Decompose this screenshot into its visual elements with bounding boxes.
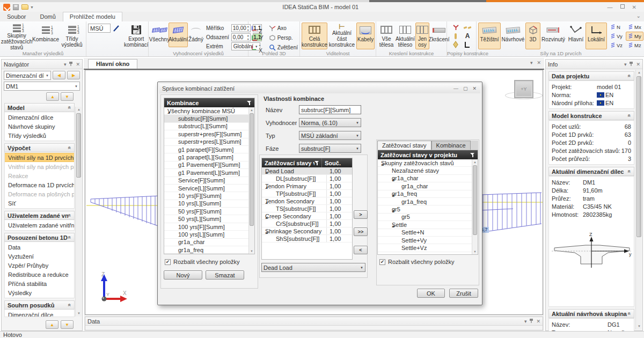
combination-row[interactable]: g1 parapet[L][Summ] — [164, 153, 248, 161]
pin-icon[interactable] — [529, 318, 533, 324]
project-case-row[interactable]: Skupiny zatěžovacích stavů — [378, 159, 472, 167]
diamond-label-icon[interactable] — [453, 41, 458, 48]
dash-label-icon[interactable] — [464, 27, 471, 28]
rozvinuty-button[interactable]: Rozvinutý — [540, 23, 566, 49]
zadny-button[interactable]: Žádný — [188, 23, 204, 47]
nav-item[interactable]: Reakce — [5, 171, 74, 180]
hlavni-button[interactable]: Hlavní — [566, 23, 586, 49]
panel-menu-icon[interactable]: ▾ — [524, 319, 527, 324]
project-case-row[interactable]: gr1a_freq — [378, 190, 472, 198]
force-toggle[interactable]: Vz — [608, 41, 625, 50]
nav-item[interactable]: Příčná stabilita — [5, 279, 74, 288]
close-panel-icon[interactable]: ✕ — [536, 319, 540, 324]
view-minus-z-button[interactable]: -Z — [250, 24, 265, 33]
project-case-row[interactable]: Settle+Vy — [378, 237, 472, 244]
nav-item[interactable]: Návrhové skupiny — [5, 122, 74, 131]
ok-button[interactable]: OK — [417, 289, 445, 298]
combination-row[interactable]: superstr+pres[L][Summ] — [164, 138, 248, 146]
case-row[interactable]: Creep Secondary1,00 — [262, 212, 352, 220]
project-case-row[interactable]: Settle — [378, 221, 472, 229]
add-all-cases-button[interactable]: >> — [354, 227, 368, 236]
tab-close-icon[interactable]: ✕ — [537, 60, 541, 65]
combination-row[interactable]: substruc[L][Summ] — [164, 123, 248, 130]
aktualni-teleso-button[interactable]: Aktuální těleso — [395, 23, 415, 49]
force-toggle[interactable]: Mx — [626, 23, 643, 32]
lokalni-button[interactable]: Lokální — [586, 23, 607, 49]
case-row[interactable]: CrS[substruc[F]]1,00 — [262, 220, 352, 227]
case-row[interactable]: Tendon Secondary1,00 — [262, 197, 352, 205]
tab-menu-icon[interactable]: ▾ — [530, 60, 533, 65]
phase-dropdown[interactable]: substruc[F]▼ — [299, 144, 361, 153]
pin-icon[interactable] — [69, 61, 73, 67]
view-persp-button[interactable]: Persp. — [268, 33, 299, 42]
qat-dropdown-icon[interactable]: ▼ — [30, 5, 34, 9]
combination-row[interactable]: superstr+pres[F][Summ] — [164, 130, 248, 138]
close-panel-icon[interactable]: ✕ — [76, 62, 80, 67]
combination-row[interactable]: 10 yrs[L][Summ] — [164, 200, 248, 208]
project-case-row[interactable]: gr1a_freq — [378, 198, 472, 205]
tridy-vysledku-button[interactable]: 123 Třídy výsledků — [60, 23, 84, 49]
nav-item[interactable]: Deformace na 1D prvcích — [5, 180, 74, 189]
nav-item[interactable]: Síť — [5, 199, 74, 208]
combination-row[interactable]: substruc[F][Summ] — [164, 115, 248, 122]
force-toggle[interactable]: My — [626, 32, 643, 41]
scale-input[interactable]: 10,00▲▼ — [231, 24, 251, 32]
navigator-scrollbar[interactable]: ▲▼ — [75, 107, 82, 317]
nav-item[interactable]: Dimenzační dílce — [5, 113, 74, 122]
checkbox-checked-icon[interactable]: ✔ — [379, 259, 385, 265]
export-kombinaci-button[interactable]: Export kombinací — [122, 23, 150, 49]
smazat-button[interactable]: Smazat — [206, 270, 244, 280]
force-toggle[interactable]: N — [608, 23, 625, 32]
tab-zatezovaci-stavy[interactable]: Zatěžovací stavy — [377, 141, 431, 150]
move-down-button[interactable]: ▼ — [61, 92, 74, 101]
project-case-row[interactable]: Nezařazené stavy — [378, 167, 472, 174]
result-class-combo[interactable]: MSÚ — [88, 24, 111, 33]
project-case-row[interactable]: gr1a_char — [378, 182, 472, 190]
node-label-icon[interactable] — [452, 24, 459, 31]
filter-icon[interactable] — [247, 100, 252, 105]
open-folder-icon[interactable] — [21, 4, 28, 11]
scroll-down-button[interactable]: ▼ — [61, 320, 74, 329]
case-row[interactable]: DL[substruc[F]]1,00 — [262, 175, 352, 182]
3d-button[interactable]: 3D — [525, 23, 540, 49]
cancel-button[interactable]: Zrušit — [449, 289, 478, 298]
pin-icon[interactable] — [629, 61, 633, 67]
zkraceni-button[interactable]: Zkrácení — [429, 23, 449, 49]
case-row[interactable]: ShS[substruc[F]]1,00 — [262, 235, 352, 243]
dimension-icon[interactable] — [464, 41, 471, 48]
combination-row[interactable]: g1 parapet[F][Summ] — [164, 146, 248, 153]
view-axo-button[interactable]: Axo — [268, 24, 299, 33]
panel-menu-icon[interactable]: ▾ — [624, 62, 627, 67]
view-cube[interactable]: +Y — [505, 79, 543, 104]
cela-konstrukce-button[interactable]: Celá konstrukce — [302, 23, 327, 49]
combination-row[interactable]: Service[L][Summ] — [164, 185, 248, 192]
dialog-close-icon[interactable]: ✕ — [472, 86, 477, 91]
filter-icon[interactable] — [314, 160, 319, 165]
nav-item[interactable]: Vnitřní síly na plošných prv — [5, 162, 74, 171]
combination-row[interactable]: 50 yrs[F][Summ] — [164, 208, 248, 215]
move-up-button[interactable]: ▲ — [46, 92, 59, 101]
nav-item[interactable]: Vyztužení — [5, 252, 74, 261]
maximize-button[interactable] — [620, 4, 625, 9]
navigator-mode-combo[interactable]: Dimenzační dílec▼ — [4, 71, 51, 80]
minimize-button[interactable]: — — [608, 4, 613, 10]
type-dropdown[interactable]: MSÚ základní▼ — [299, 131, 361, 140]
info-scrollbar[interactable]: ▲▼ — [635, 70, 642, 329]
tezistni-button[interactable]: Těžištní — [478, 23, 501, 49]
navrhove-button[interactable]: Návrhové — [501, 23, 525, 49]
combination-row[interactable]: g1 Pavement[L][Summ] — [164, 169, 248, 177]
case-row[interactable]: Dead Load1,00 — [262, 167, 352, 175]
aktualni-button[interactable]: Aktuální — [169, 23, 188, 47]
scroll-up-button[interactable]: ▲ — [46, 320, 58, 329]
remove-case-button[interactable]: < — [354, 246, 368, 254]
jen-osy-button[interactable]: Jen osy — [415, 23, 429, 49]
nav-item[interactable]: Vnitřní síly na 1D prvcích — [5, 153, 74, 162]
project-case-row[interactable]: Settle+Vz — [378, 244, 472, 252]
filter-icon[interactable] — [470, 152, 475, 157]
novy-button[interactable]: Nový — [164, 270, 202, 280]
nav-item[interactable]: Deformace na plošných pr — [5, 189, 74, 199]
force-toggle[interactable]: Mz — [626, 41, 643, 50]
combination-row[interactable]: gr1a_char — [164, 239, 248, 246]
collapse-ribbon-icon[interactable]: ⌄ — [636, 13, 641, 19]
prev-member-button[interactable]: ◀ — [53, 71, 65, 79]
